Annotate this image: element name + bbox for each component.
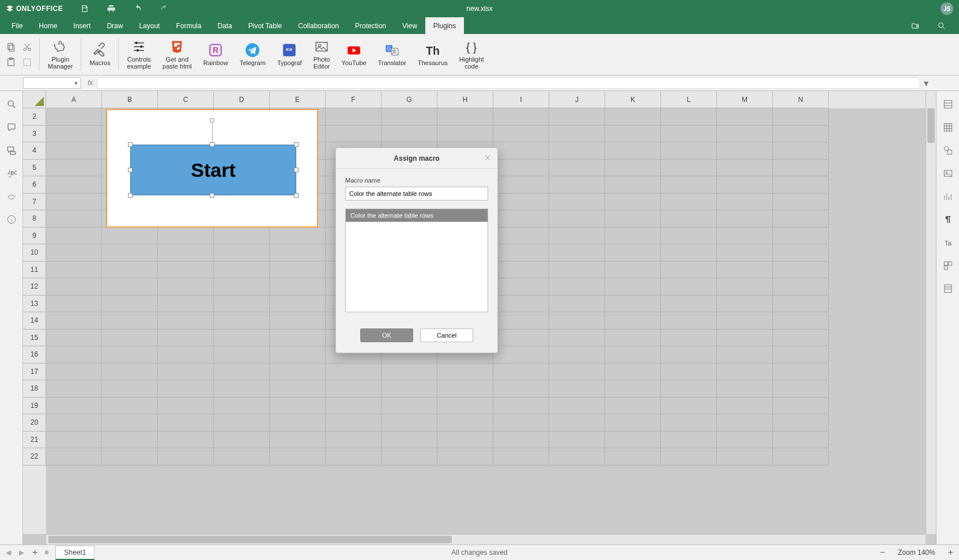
cell[interactable] [605,262,661,279]
row-header[interactable]: 7 [23,194,46,211]
row-header[interactable]: 12 [23,278,46,296]
cell[interactable] [158,398,214,415]
column-header[interactable]: B [102,91,158,108]
cell[interactable] [493,244,549,262]
cell[interactable] [46,194,102,211]
cell[interactable] [605,210,661,228]
cell[interactable] [661,228,717,245]
cell[interactable] [437,126,493,143]
cell[interactable] [493,126,549,143]
row-header[interactable]: 9 [23,228,46,245]
cell[interactable] [661,160,717,177]
row-header[interactable]: 11 [23,262,46,279]
cell[interactable] [214,312,270,330]
cell[interactable] [661,432,717,449]
cell[interactable] [493,312,549,330]
open-location-icon[interactable] [911,21,920,31]
cell[interactable] [158,448,214,466]
table-settings-icon[interactable] [943,122,953,133]
column-header[interactable]: M [717,91,773,108]
cell[interactable] [158,228,214,245]
cell[interactable] [773,398,829,415]
cell[interactable] [437,380,493,398]
cell[interactable] [717,398,773,415]
cell[interactable] [46,432,102,449]
cell[interactable] [382,126,437,143]
macro-list-item[interactable]: Color the alternate table rows [346,209,488,222]
cell[interactable] [549,330,605,347]
row-header[interactable]: 21 [23,432,46,449]
row-headers[interactable]: 2345678910111213141516171819202122 [23,108,46,534]
cell[interactable] [717,432,773,449]
cell[interactable] [102,228,158,245]
rotation-handle[interactable] [210,118,214,123]
cell[interactable] [605,312,661,330]
paste-icon[interactable] [6,57,16,67]
cell[interactable] [158,364,214,381]
cell[interactable] [605,432,661,449]
cell[interactable] [493,432,549,449]
cell[interactable] [326,126,382,143]
cell[interactable] [773,380,829,398]
row-header[interactable]: 14 [23,312,46,330]
cell[interactable] [605,244,661,262]
cell[interactable] [270,244,326,262]
cell[interactable] [605,160,661,177]
row-header[interactable]: 19 [23,398,46,415]
cell[interactable] [493,398,549,415]
cell[interactable] [717,160,773,177]
cell[interactable] [605,176,661,194]
cell[interactable] [437,432,493,449]
cell[interactable] [717,448,773,466]
cell[interactable] [549,262,605,279]
cell[interactable] [437,108,493,126]
cell[interactable] [717,312,773,330]
cell[interactable] [493,380,549,398]
cell[interactable] [158,380,214,398]
column-header[interactable]: A [46,91,102,108]
cell[interactable] [773,414,829,432]
cell[interactable] [102,244,158,262]
cell[interactable] [102,330,158,347]
formula-input[interactable] [97,77,919,89]
cell[interactable] [270,296,326,313]
rainbow-button[interactable]: R Rainbow [198,34,234,75]
cell[interactable] [717,176,773,194]
resize-handle[interactable] [128,168,133,172]
cell[interactable] [46,108,102,126]
cell[interactable] [270,414,326,432]
sheet-list-icon[interactable]: ≡ [44,548,48,557]
cell[interactable] [382,364,437,381]
cell[interactable] [214,414,270,432]
translator-button[interactable]: G文 Translator [372,34,412,75]
highlight-code-button[interactable]: { } Highlight code [454,34,490,75]
cell[interactable] [270,228,326,245]
cell[interactable] [773,126,829,143]
cell[interactable] [102,296,158,313]
cell[interactable] [549,346,605,364]
cell[interactable] [661,176,717,194]
cell[interactable] [158,330,214,347]
cell[interactable] [605,296,661,313]
cell[interactable] [773,262,829,279]
row-header[interactable]: 10 [23,244,46,262]
cell[interactable] [158,414,214,432]
cell[interactable] [46,262,102,279]
shape-settings-icon[interactable] [943,145,953,156]
slicer-settings-icon[interactable] [943,283,953,294]
cell[interactable] [605,398,661,415]
cell[interactable] [493,194,549,211]
cell[interactable] [549,296,605,313]
cell[interactable] [661,126,717,143]
cell[interactable] [382,448,437,466]
cell[interactable] [717,108,773,126]
cell[interactable] [493,210,549,228]
cell[interactable] [661,194,717,211]
cell[interactable] [661,142,717,160]
menu-tab-plugins[interactable]: Plugins [425,17,464,34]
cell[interactable] [773,312,829,330]
menu-tab-collaboration[interactable]: Collaboration [290,17,347,34]
cell[interactable] [493,448,549,466]
cell[interactable] [717,330,773,347]
cell[interactable] [605,330,661,347]
